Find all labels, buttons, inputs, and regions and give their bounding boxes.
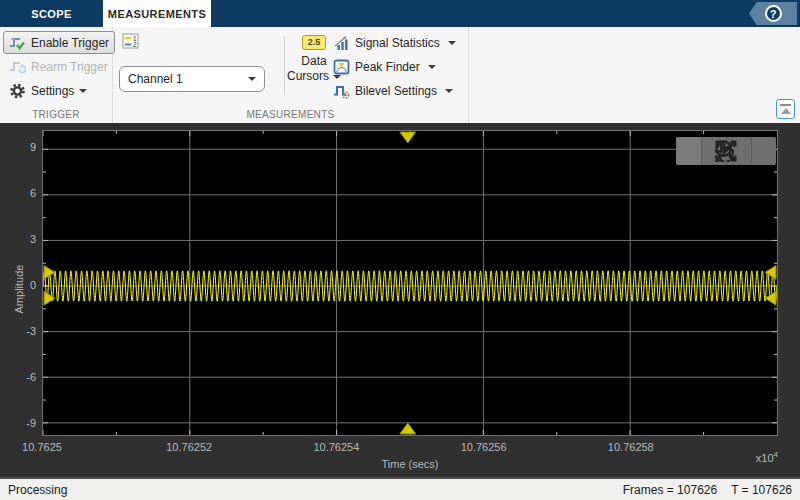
toolstrip: Enable Trigger Rearm Trigger Settin	[0, 27, 800, 123]
chevron-down-icon	[448, 41, 456, 45]
y-tick-label: -6	[0, 371, 36, 383]
tab-scope[interactable]: SCOPE	[0, 0, 103, 27]
trigger-settings-label: Settings	[31, 84, 74, 98]
frames-counter: Frames = 107626	[623, 483, 717, 497]
collapse-toolstrip-button[interactable]	[776, 99, 795, 119]
trigger-marker-icon[interactable]	[400, 423, 416, 434]
y-tick-label: 9	[0, 141, 36, 153]
x-tick-label: 10.7625	[22, 441, 62, 453]
rearm-trigger-label: Rearm Trigger	[31, 60, 108, 74]
channel-legend-icon: 1 2	[122, 33, 140, 50]
chevron-down-icon	[445, 89, 453, 93]
measurements-section-label: MEASUREMENTS	[113, 109, 468, 120]
data-cursors-label-line2: Cursors	[287, 69, 329, 84]
data-cursor-icon: 2.5	[302, 35, 326, 50]
scope-display: Amplitude	[0, 123, 800, 477]
y-tick-label: -3	[0, 325, 36, 337]
status-text: Processing	[8, 483, 67, 497]
fit-to-view-icon	[676, 137, 776, 165]
chevron-down-icon	[248, 77, 256, 81]
axes-toolbar	[676, 137, 776, 165]
waveform-plot	[43, 131, 777, 435]
channel-dropdown-value: Channel 1	[128, 72, 183, 86]
triangle-up-icon	[781, 108, 791, 114]
y-tick-label: 0	[0, 279, 36, 291]
enable-trigger-label: Enable Trigger	[31, 36, 109, 50]
measurements-section: 1 2 Channel 1 2.5 Data Cursors	[113, 27, 469, 123]
status-bar: Processing Frames = 107626 T = 107626	[0, 477, 800, 500]
x-tick-label: 10.76254	[313, 441, 359, 453]
peak-finder-label: Peak Finder	[355, 60, 420, 74]
svg-text:2: 2	[133, 41, 137, 48]
trigger-section-label: TRIGGER	[0, 109, 112, 120]
x-axis-multiplier: x104	[756, 450, 778, 464]
x-axis-label: Time (secs)	[42, 458, 778, 470]
x-tick-label: 10.76252	[166, 441, 212, 453]
y-tick-label: -9	[0, 417, 36, 429]
data-cursors-label-line1: Data	[301, 54, 326, 69]
signal-statistics-icon	[333, 35, 350, 51]
trigger-settings-button[interactable]: Settings	[3, 79, 115, 102]
trigger-rearm-icon	[9, 59, 26, 75]
trigger-section: Enable Trigger Rearm Trigger Settin	[0, 27, 113, 123]
gear-icon	[9, 83, 26, 99]
enable-trigger-button[interactable]: Enable Trigger	[3, 31, 115, 54]
x-tick-label: 10.76256	[461, 441, 507, 453]
peak-finder-icon	[333, 59, 350, 75]
collapse-toolstrip-icon	[780, 104, 791, 106]
chevron-down-icon	[428, 65, 436, 69]
question-mark-icon: ?	[765, 5, 782, 22]
toolstrip-divider	[284, 36, 285, 94]
tab-bar: SCOPE MEASUREMENTS ?	[0, 0, 800, 27]
bilevel-settings-label: Bilevel Settings	[355, 84, 437, 98]
time-counter: T = 107626	[731, 483, 792, 497]
trigger-marker-icon[interactable]	[765, 291, 776, 305]
trigger-enable-icon	[9, 35, 26, 51]
trigger-marker-icon[interactable]	[44, 265, 55, 279]
peak-finder-button[interactable]: Peak Finder	[327, 55, 462, 78]
y-tick-label: 3	[0, 233, 36, 245]
signal-statistics-button[interactable]: Signal Statistics	[327, 31, 462, 54]
measurement-tools-column: Signal Statistics Peak Finder	[327, 31, 462, 102]
trigger-marker-icon[interactable]	[400, 132, 416, 143]
x-tick-label: 10.76258	[608, 441, 654, 453]
channel-dropdown[interactable]: Channel 1	[119, 66, 265, 92]
bilevel-settings-icon	[333, 83, 350, 99]
channel-select-group: 1 2 Channel 1	[119, 33, 265, 92]
signal-statistics-label: Signal Statistics	[355, 36, 440, 50]
scope-window: SCOPE MEASUREMENTS ? Enable Trigger	[0, 0, 800, 500]
help-button[interactable]: ?	[749, 2, 797, 25]
chevron-down-icon	[79, 89, 87, 93]
fit-to-view-button[interactable]	[751, 137, 776, 165]
bilevel-settings-button[interactable]: Bilevel Settings	[327, 79, 462, 102]
tab-measurements[interactable]: MEASUREMENTS	[103, 0, 211, 27]
rearm-trigger-button[interactable]: Rearm Trigger	[3, 55, 115, 78]
plot-axes[interactable]	[42, 130, 778, 436]
y-tick-label: 6	[0, 187, 36, 199]
